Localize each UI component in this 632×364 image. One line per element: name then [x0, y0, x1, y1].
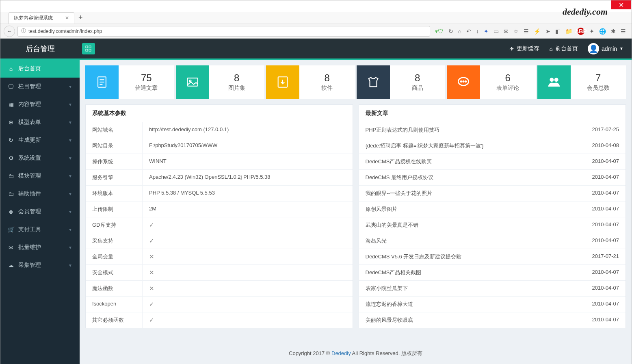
check-icon: ✓: [149, 221, 154, 228]
puzzle-icon[interactable]: ✱: [611, 28, 616, 35]
stat-value: 75: [141, 72, 152, 84]
user-menu[interactable]: 👤 admin ▼: [588, 43, 623, 54]
stat-card-5[interactable]: 7会员总数: [537, 65, 626, 99]
svg-rect-0: [86, 46, 88, 48]
menu-icon[interactable]: ☰: [621, 28, 626, 35]
article-title: DedeCMS V5.6 开发日志及新建议提交贴: [366, 253, 592, 260]
info-label: 网站域名: [86, 122, 143, 138]
frontend-link[interactable]: ⌂ 前台首页: [549, 45, 578, 52]
article-row[interactable]: {dede:招聘启事 标题='织梦大家庭新年招募第一波'}2010-04-08: [359, 138, 626, 154]
home-icon: ⌂: [8, 65, 14, 72]
stat-card-1[interactable]: 8图片集: [176, 65, 265, 99]
info-label: 网站目录: [86, 138, 143, 154]
wand-icon[interactable]: ✦: [589, 28, 594, 35]
list-icon[interactable]: ☰: [524, 28, 529, 35]
sidebar-item-8[interactable]: ☻会员管理▼: [0, 203, 80, 221]
stat-card-2[interactable]: 8软件: [266, 65, 355, 99]
stat-value: 6: [505, 72, 511, 84]
rss-icon[interactable]: ⚡: [534, 28, 541, 35]
shield-icon[interactable]: ▾🛡: [435, 28, 444, 35]
stat-card-0[interactable]: 75普通文章: [85, 65, 174, 99]
sidebar-item-7[interactable]: 🗀辅助插件▼: [0, 185, 80, 203]
bird-icon[interactable]: ✦: [484, 28, 489, 35]
cross-icon: ✕: [149, 285, 154, 292]
sidebar-item-6[interactable]: 🗀模块管理▼: [0, 167, 80, 185]
article-date: 2010-04-07: [592, 269, 619, 276]
app-logo: 后台管理: [0, 44, 80, 54]
tab-title: 织梦内容管理系统: [14, 15, 53, 22]
tab-close-icon[interactable]: ✕: [65, 15, 69, 21]
sidebar-item-11[interactable]: ☁采集管理▼: [0, 256, 80, 274]
info-row: GD库支持✓: [86, 217, 353, 233]
article-row[interactable]: DedeCMS V5.6 开发日志及新建议提交贴2017-07-21: [359, 249, 626, 265]
star-icon[interactable]: ☆: [513, 28, 519, 35]
chevron-down-icon: ▼: [68, 84, 72, 89]
url-input[interactable]: ⓘ test.dedediy.com/admin/index.php: [17, 26, 430, 37]
stat-card-3[interactable]: 8商品: [357, 65, 446, 99]
info-value: PHP 5.5.38 / MYSQL 5.5.53: [143, 186, 353, 201]
panel-icon[interactable]: ◧: [555, 28, 561, 35]
chevron-down-icon: ▼: [68, 174, 72, 178]
stat-label: 商品: [412, 84, 423, 92]
sidebar-item-4[interactable]: ↻生成更新▼: [0, 131, 80, 149]
article-row[interactable]: DedeCMS产品授权在线购买2010-04-07: [359, 154, 626, 170]
sidebar-item-5[interactable]: ⚙系统设置▼: [0, 149, 80, 167]
article-row[interactable]: 我的眼界--一些关于花的照片2010-04-07: [359, 186, 626, 202]
article-date: 2010-04-07: [592, 221, 619, 229]
stat-card-4[interactable]: 6表单评论: [447, 65, 536, 99]
sidebar-item-3[interactable]: ⊕模型表单▼: [0, 113, 80, 131]
article-row[interactable]: 农家小院丝瓜架下2010-04-07: [359, 281, 626, 297]
sidebar-item-9[interactable]: 🛒支付工具▼: [0, 221, 80, 238]
new-tab-button[interactable]: +: [78, 13, 83, 22]
article-row[interactable]: 武夷山的美景真是不错2010-04-07: [359, 217, 626, 233]
article-title: {dede:招聘启事 标题='织梦大家庭新年招募第一波'}: [366, 142, 592, 150]
chevron-down-icon: ▼: [68, 263, 72, 268]
sidebar-item-1[interactable]: 🖵栏目管理▼: [0, 78, 80, 95]
reader-icon[interactable]: ▭: [493, 28, 499, 35]
article-row[interactable]: DedeCMS产品相关截图2010-04-07: [359, 265, 626, 281]
back-button[interactable]: ←: [4, 26, 15, 37]
svg-point-17: [554, 78, 558, 82]
mail-icon[interactable]: ✉: [504, 28, 509, 35]
reload-icon[interactable]: ↻: [448, 28, 453, 35]
check-icon: ✓: [149, 316, 154, 323]
article-row[interactable]: 美丽的风景尽收眼底2010-04-07: [359, 312, 626, 328]
footer-link[interactable]: Dedediy: [331, 350, 351, 356]
refresh-cache-link[interactable]: ✈ 更新缓存: [509, 45, 539, 52]
send-icon[interactable]: ➤: [545, 28, 550, 35]
info-value: ✕: [143, 249, 353, 264]
info-label: 其它必须函数: [86, 312, 143, 328]
abp-icon[interactable]: ABP: [577, 28, 584, 35]
undo-icon[interactable]: ↶: [466, 28, 471, 35]
article-row[interactable]: PHP正则表达式的几则使用技巧2017-07-25: [359, 122, 626, 138]
sidebar: ⌂后台首页🖵栏目管理▼▦内容管理▼⊕模型表单▼↻生成更新▼⚙系统设置▼🗀模块管理…: [0, 60, 80, 364]
sidebar-toggle-button[interactable]: [82, 43, 95, 54]
sidebar-item-0[interactable]: ⌂后台首页: [0, 60, 80, 78]
sidebar-item-2[interactable]: ▦内容管理▼: [0, 95, 80, 113]
article-date: 2017-07-25: [592, 126, 619, 134]
info-label: 服务引擎: [86, 170, 143, 185]
article-date: 2017-07-21: [592, 253, 619, 260]
article-row[interactable]: 原创风景图片2010-04-07: [359, 202, 626, 217]
home-icon[interactable]: ⌂: [458, 28, 461, 35]
user-icon: ☻: [8, 208, 14, 215]
article-row[interactable]: 流连忘返的香樟大道2010-04-07: [359, 297, 626, 312]
download-icon[interactable]: ↓: [476, 28, 479, 35]
stat-label: 会员总数: [587, 84, 610, 92]
sidebar-item-10[interactable]: ✉批量维护▼: [0, 238, 80, 256]
article-row[interactable]: DedeCMS 最终用户授权协议2010-04-07: [359, 170, 626, 186]
stat-value: 7: [595, 72, 601, 84]
svg-point-16: [550, 78, 554, 82]
main-content: 75普通文章8图片集8软件8商品6表单评论7会员总数 系统基本参数 网站域名ht…: [80, 60, 632, 364]
sidebar-item-label: 系统设置: [18, 154, 41, 162]
sidebar-item-label: 批量维护: [18, 244, 41, 251]
svg-rect-1: [89, 46, 91, 48]
chevron-down-icon: ▼: [68, 228, 72, 232]
folder-icon[interactable]: 📁: [565, 28, 572, 35]
window-close-button[interactable]: ✕: [611, 0, 631, 9]
chevron-down-icon: ▼: [68, 210, 72, 214]
info-label: 采集支持: [86, 233, 143, 249]
browser-tab[interactable]: 织梦内容管理系统 ✕: [9, 12, 74, 24]
globe-icon[interactable]: 🌐: [599, 28, 606, 35]
article-row[interactable]: 海岛风光2010-04-07: [359, 233, 626, 249]
